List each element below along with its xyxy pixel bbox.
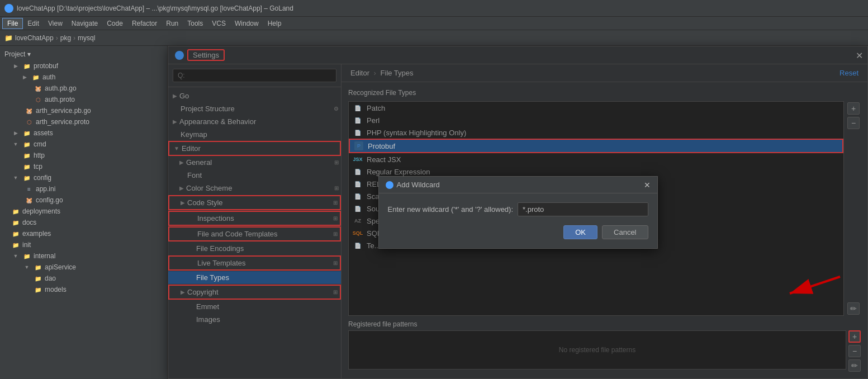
tree-label: config [34, 174, 51, 182]
menu-refactor[interactable]: Refactor [127, 18, 162, 29]
tree-label: auth.proto [45, 96, 75, 103]
tree-label: deployments [22, 207, 60, 215]
tree-label: config.go [36, 196, 63, 204]
project-tree: Project ▾ ▶ 📁 protobuf ▶ 📁 auth 🐹 auth.p… [0, 46, 168, 379]
menu-edit[interactable]: Edit [23, 18, 44, 29]
tree-item-arth-pb[interactable]: 🐹 arth_service.pb.go [0, 105, 167, 116]
wildcard-input[interactable] [518, 202, 648, 216]
tree-item-config[interactable]: ▼ 📁 config [0, 172, 167, 183]
tree-label: auth.pb.go [45, 84, 77, 92]
wildcard-input-label: Enter new wildcard ('*' and '?' allowed)… [388, 205, 514, 214]
wildcard-close-button[interactable]: ✕ [644, 181, 651, 190]
wildcard-buttons: OK Cancel [388, 225, 648, 239]
tree-label: tcp [34, 163, 42, 170]
tree-label: docs [22, 219, 36, 226]
folder-icon-15: 📁 [34, 285, 42, 294]
chevron-down-icon-1: ▼ [11, 140, 20, 149]
wildcard-title-bar: Add Wildcard ✕ [379, 177, 657, 193]
title-text: loveChatApp [D:\tao\projects\loveChatApp… [17, 4, 293, 12]
proto-file-icon-2: ⬡ [25, 117, 34, 126]
folder-icon-8: 📁 [11, 207, 20, 216]
tree-item-dao[interactable]: 📁 dao [0, 273, 167, 284]
wildcard-ok-button[interactable]: OK [563, 225, 597, 239]
menu-help[interactable]: Help [263, 18, 286, 29]
tree-item-configgo[interactable]: 🐹 config.go [0, 195, 167, 206]
tree-label: init [22, 241, 31, 249]
folder-icon-3: 📁 [22, 129, 31, 138]
chevron-down-icon-4: ▼ [22, 263, 31, 272]
menu-run[interactable]: Run [162, 18, 183, 29]
chevron-right-icon-3: ▶ [11, 129, 20, 138]
breadcrumb-part2: pkg [60, 34, 71, 42]
wildcard-dialog: Add Wildcard ✕ Enter new wildcard ('*' a… [378, 176, 658, 249]
tree-item-deployments[interactable]: 📁 deployments [0, 206, 167, 217]
tree-label: internal [34, 252, 55, 260]
project-label: Project ▾ [4, 50, 31, 58]
wildcard-title-label: Add Wildcard [397, 181, 440, 189]
main-layout: Project ▾ ▶ 📁 protobuf ▶ 📁 auth 🐹 auth.p… [0, 46, 868, 379]
tree-item-appini[interactable]: ≡ app.ini [0, 183, 167, 195]
folder-icon-4: 📁 [22, 140, 31, 149]
tree-item-examples[interactable]: 📁 examples [0, 228, 167, 239]
tree-label: examples [22, 230, 51, 238]
ini-file-icon: ≡ [25, 184, 34, 193]
folder-icon-12: 📁 [22, 252, 31, 260]
chevron-right-icon-2: ▶ [20, 73, 29, 82]
folder-icon-5: 📁 [22, 151, 31, 160]
menu-window[interactable]: Window [230, 18, 263, 29]
folder-icon-10: 📁 [11, 229, 20, 238]
app-icon [4, 4, 13, 13]
folder-icon-6: 📁 [22, 162, 31, 171]
breadcrumb: 📁 loveChatApp › pkg › mysql [0, 30, 868, 46]
tree-label: dao [45, 274, 56, 282]
menu-view[interactable]: View [44, 18, 67, 29]
tree-label: arth_service.pb.go [36, 107, 91, 115]
tree-item-arth-proto[interactable]: ⬡ arth_service.proto [0, 116, 167, 127]
chevron-down-icon-3: ▼ [11, 252, 20, 260]
tree-item-cmd[interactable]: ▼ 📁 cmd [0, 139, 167, 150]
tree-item-auth[interactable]: ▶ 📁 auth [0, 72, 167, 83]
wildcard-cancel-button[interactable]: Cancel [602, 225, 648, 239]
tree-label: app.ini [36, 185, 55, 193]
go-file-icon-3: 🐹 [25, 196, 34, 205]
menu-vcs[interactable]: VCS [207, 18, 230, 29]
menu-code[interactable]: Code [102, 18, 127, 29]
folder-icon: 📁 [22, 61, 31, 70]
tree-item-protobuf[interactable]: ▶ 📁 protobuf [0, 60, 167, 72]
folder-icon-7: 📁 [22, 173, 31, 182]
folder-icon-14: 📁 [34, 274, 42, 283]
wildcard-title-text: Add Wildcard [386, 181, 440, 189]
breadcrumb-part1: loveChatApp [15, 34, 54, 42]
breadcrumb-folder-icon: 📁 [4, 34, 13, 42]
tree-item-assets[interactable]: ▶ 📁 assets [0, 127, 167, 139]
menu-tools[interactable]: Tools [183, 18, 207, 29]
folder-icon-9: 📁 [11, 218, 20, 227]
tree-item-init[interactable]: 📁 init [0, 239, 167, 250]
tree-item-http[interactable]: 📁 http [0, 150, 167, 161]
tree-label: assets [34, 129, 53, 137]
tree-item-models[interactable]: 📁 models [0, 284, 167, 295]
menu-navigate[interactable]: Navigate [67, 18, 102, 29]
tree-label: http [34, 151, 45, 159]
tree-item-docs[interactable]: 📁 docs [0, 217, 167, 228]
tree-label: cmd [34, 140, 46, 148]
tree-label: models [45, 286, 67, 293]
tree-label: protobuf [34, 62, 58, 70]
go-file-icon: 🐹 [34, 84, 42, 93]
tree-item-tcp[interactable]: 📁 tcp [0, 161, 167, 172]
tree-item-internal[interactable]: ▼ 📁 internal [0, 250, 167, 262]
tree-header: Project ▾ [0, 48, 167, 60]
chevron-right-icon: ▶ [11, 61, 20, 70]
tree-item-apiservice[interactable]: ▼ 📁 apiService [0, 262, 167, 273]
chevron-down-icon-2: ▼ [11, 173, 20, 182]
folder-icon-11: 📁 [11, 240, 20, 249]
menu-file[interactable]: File [2, 18, 23, 29]
breadcrumb-part3: mysql [78, 34, 95, 42]
tree-label: auth [42, 73, 55, 81]
folder-icon-13: 📁 [34, 263, 42, 272]
menu-bar: File Edit View Navigate Code Refactor Ru… [0, 17, 868, 30]
tree-item-auth-pb[interactable]: 🐹 auth.pb.go [0, 83, 167, 94]
tree-label: apiService [45, 263, 76, 271]
tree-item-auth-proto[interactable]: ⬡ auth.proto [0, 94, 167, 105]
title-bar: loveChatApp [D:\tao\projects\loveChatApp… [0, 0, 868, 17]
